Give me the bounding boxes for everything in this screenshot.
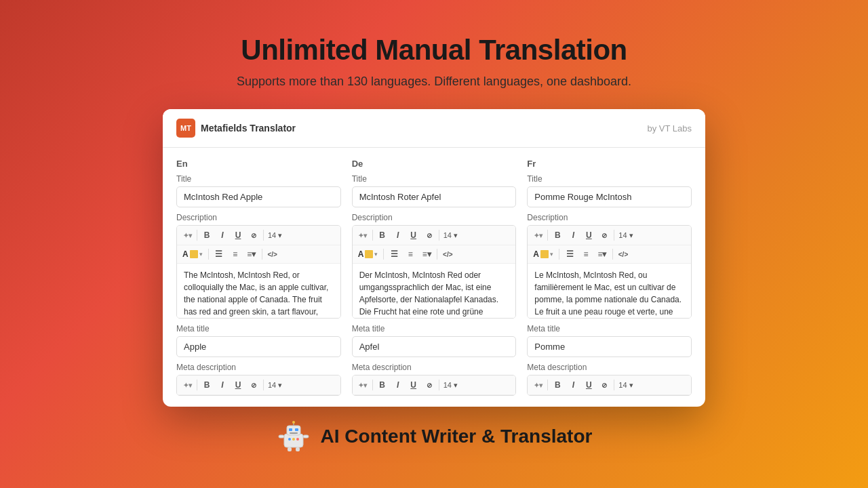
col-lang-de: De: [352, 159, 517, 169]
strike-btn-en[interactable]: ⊘: [246, 228, 261, 243]
color-btn-fr[interactable]: A ▾: [530, 248, 556, 260]
underline-btn-fr[interactable]: U: [581, 228, 596, 243]
fontsize-fr[interactable]: 14 ▾: [616, 231, 635, 240]
svg-point-10: [296, 438, 299, 441]
svg-point-8: [288, 438, 291, 441]
ol-btn-de[interactable]: ≡: [403, 247, 418, 262]
bold-btn-de[interactable]: B: [375, 228, 390, 243]
code-btn-en[interactable]: </>: [265, 247, 280, 262]
title-label-fr: Title: [527, 174, 692, 184]
window-byline: by VT Labs: [647, 123, 692, 134]
meta-italic-fr[interactable]: I: [566, 378, 580, 392]
ai-btn-fr[interactable]: ✦▾: [530, 228, 545, 243]
meta-fontsize-en[interactable]: 14 ▾: [266, 381, 284, 390]
italic-btn-fr[interactable]: I: [566, 228, 580, 243]
meta-italic-de[interactable]: I: [391, 378, 406, 392]
meta-fontsize-de[interactable]: 14 ▾: [441, 381, 460, 390]
meta-title-input-fr[interactable]: [527, 336, 692, 357]
col-lang-en: En: [176, 159, 341, 169]
underline-btn-en[interactable]: U: [231, 228, 245, 243]
meta-toolbar-fr: ✦▾ B I U ⊘ 14 ▾: [528, 375, 691, 395]
logo-name: Metafields Translator: [201, 123, 296, 134]
ul-btn-de[interactable]: ☰: [387, 247, 401, 262]
meta-title-input-en[interactable]: [176, 336, 341, 357]
svg-rect-5: [295, 428, 298, 431]
color-btn-en[interactable]: A ▾: [180, 248, 205, 260]
content-area: En Title Description ✦▾ B I U ⊘ 14 ▾ A: [163, 148, 705, 407]
title-label-en: Title: [176, 174, 341, 184]
desc-label-en: Description: [176, 213, 341, 222]
meta-strike-en[interactable]: ⊘: [246, 378, 261, 392]
meta-title-label-en: Meta title: [176, 324, 341, 333]
strike-btn-de[interactable]: ⊘: [422, 228, 437, 243]
meta-strike-fr[interactable]: ⊘: [597, 378, 612, 392]
meta-desc-label-fr: Meta description: [527, 363, 692, 372]
ol-btn-fr[interactable]: ≡: [578, 247, 593, 262]
align-btn-en[interactable]: ≡▾: [244, 247, 259, 262]
svg-point-3: [292, 421, 295, 424]
desc-toolbar-fr-row1: ✦▾ B I U ⊘ 14 ▾: [528, 226, 691, 245]
meta-fontsize-fr[interactable]: 14 ▾: [616, 381, 635, 390]
ol-btn-en[interactable]: ≡: [228, 247, 243, 262]
logo-box: MT: [176, 119, 195, 138]
window-logo: MT Metafields Translator: [176, 119, 296, 138]
window-header: MT Metafields Translator by VT Labs: [163, 109, 705, 148]
underline-btn-de[interactable]: U: [406, 228, 421, 243]
meta-strike-de[interactable]: ⊘: [422, 378, 437, 392]
title-input-en[interactable]: [176, 186, 341, 207]
desc-label-fr: Description: [527, 213, 692, 222]
meta-underline-fr[interactable]: U: [581, 378, 596, 392]
meta-underline-de[interactable]: U: [406, 378, 421, 392]
column-de: De Title Description ✦▾ B I U ⊘ 14 ▾ A: [352, 159, 517, 396]
color-btn-de[interactable]: A ▾: [355, 248, 381, 260]
ul-btn-en[interactable]: ☰: [212, 247, 226, 262]
column-fr: Fr Title Description ✦▾ B I U ⊘ 14 ▾ A: [527, 159, 692, 396]
align-btn-de[interactable]: ≡▾: [419, 247, 434, 262]
svg-rect-6: [290, 432, 298, 434]
desc-content-en[interactable]: The McIntosh, McIntosh Red, or colloquia…: [177, 264, 340, 318]
meta-title-input-de[interactable]: [352, 336, 517, 357]
desc-toolbar-en-row2: A ▾ ☰ ≡ ≡▾ </>: [177, 245, 340, 264]
title-input-de[interactable]: [352, 186, 517, 207]
footer-section: AI Content Writer & Translator: [276, 407, 593, 461]
bold-btn-fr[interactable]: B: [550, 228, 565, 243]
desc-toolbar-en-row1: ✦▾ B I U ⊘ 14 ▾: [177, 226, 340, 245]
title-label-de: Title: [352, 174, 517, 184]
svg-rect-4: [289, 428, 292, 431]
desc-editor-de: ✦▾ B I U ⊘ 14 ▾ A ▾ ☰: [352, 225, 517, 319]
code-btn-fr[interactable]: </>: [616, 247, 631, 262]
align-btn-fr[interactable]: ≡▾: [595, 247, 610, 262]
meta-title-label-de: Meta title: [352, 324, 517, 333]
svg-point-9: [292, 438, 295, 441]
title-input-fr[interactable]: [527, 186, 692, 207]
ul-btn-fr[interactable]: ☰: [562, 247, 577, 262]
bold-btn-en[interactable]: B: [199, 228, 214, 243]
meta-bold-en[interactable]: B: [199, 378, 214, 392]
fontsize-de[interactable]: 14 ▾: [441, 231, 460, 240]
desc-label-de: Description: [352, 213, 517, 222]
svg-rect-14: [296, 447, 300, 451]
desc-toolbar-de-row1: ✦▾ B I U ⊘ 14 ▾: [353, 226, 516, 245]
meta-ai-btn-fr[interactable]: ✦▾: [530, 378, 545, 392]
meta-italic-en[interactable]: I: [215, 378, 230, 392]
meta-desc-editor-fr: ✦▾ B I U ⊘ 14 ▾: [527, 375, 692, 396]
meta-bold-de[interactable]: B: [375, 378, 390, 392]
meta-ai-btn-de[interactable]: ✦▾: [355, 378, 370, 392]
desc-content-fr[interactable]: Le McIntosh, McIntosh Red, ou familièrem…: [528, 264, 691, 318]
meta-bold-fr[interactable]: B: [550, 378, 565, 392]
italic-btn-en[interactable]: I: [215, 228, 230, 243]
desc-content-de[interactable]: Der McIntosh, McIntosh Red oder umgangss…: [353, 264, 516, 318]
hero-section: Unlimited Manual Translation Supports mo…: [223, 0, 645, 109]
meta-toolbar-en: ✦▾ B I U ⊘ 14 ▾: [177, 375, 340, 395]
fontsize-en[interactable]: 14 ▾: [266, 231, 284, 240]
meta-underline-en[interactable]: U: [231, 378, 245, 392]
meta-desc-label-de: Meta description: [352, 363, 517, 372]
footer-text: AI Content Writer & Translator: [321, 426, 593, 447]
strike-btn-fr[interactable]: ⊘: [597, 228, 612, 243]
ai-btn-en[interactable]: ✦▾: [180, 228, 195, 243]
ai-btn-de[interactable]: ✦▾: [355, 228, 370, 243]
italic-btn-de[interactable]: I: [391, 228, 406, 243]
code-btn-de[interactable]: </>: [440, 247, 455, 262]
meta-ai-btn-en[interactable]: ✦▾: [180, 378, 195, 392]
meta-desc-label-en: Meta description: [176, 363, 341, 372]
